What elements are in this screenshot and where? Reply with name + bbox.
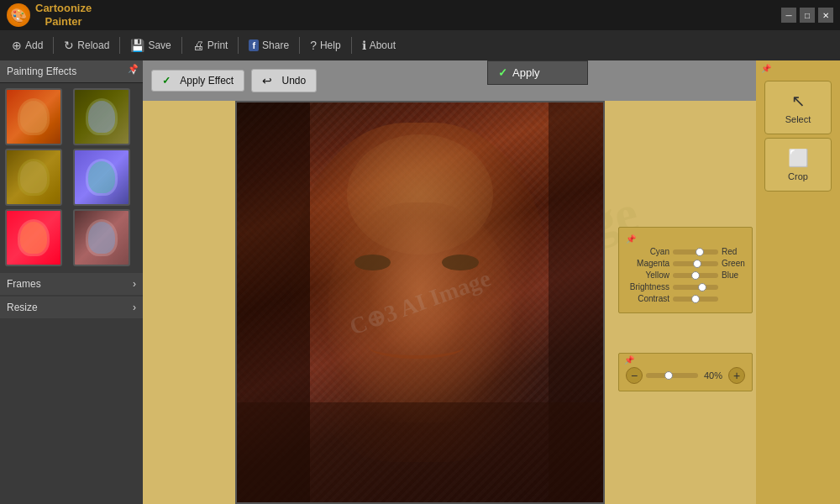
apply-effect-button[interactable]: Apply Effect <box>151 70 244 92</box>
zoom-panel: 📌 − 40% + <box>618 353 753 391</box>
zoom-slider-thumb[interactable] <box>664 371 673 380</box>
separator <box>53 37 54 54</box>
magenta-label: Magenta <box>626 259 669 268</box>
effect-thumb-1[interactable] <box>5 88 62 145</box>
frames-section[interactable]: Frames › <box>0 273 143 295</box>
right-panel-pin: 📌 <box>761 64 771 73</box>
magenta-green-row: Magenta Green <box>626 259 745 268</box>
minimize-button[interactable]: ─ <box>781 8 796 23</box>
yellow-blue-slider[interactable] <box>673 273 718 278</box>
left-panel: 📌 Painting Effects ▾ <box>0 60 143 504</box>
share-button[interactable]: f Share <box>242 36 296 55</box>
separator <box>299 37 300 54</box>
zoom-panel-pin: 📌 <box>624 355 634 365</box>
zoom-slider[interactable] <box>646 373 698 378</box>
reload-icon: ↻ <box>64 39 74 52</box>
yellow-label: Yellow <box>626 270 669 280</box>
brightness-slider[interactable] <box>673 285 718 290</box>
toolbar: ⊕ Add ↻ Reload 💾 Save 🖨 Print f Share ? … <box>0 30 840 60</box>
eye-right <box>442 255 479 270</box>
resize-section[interactable]: Resize › <box>0 297 143 318</box>
contrast-row: Contrast <box>626 294 745 303</box>
zoom-out-button[interactable]: − <box>626 367 643 384</box>
cyan-red-row: Cyan Red <box>626 247 745 256</box>
contrast-label: Contrast <box>626 294 669 303</box>
effect-thumb-2[interactable] <box>73 88 130 145</box>
effects-panel-header[interactable]: Painting Effects ▾ <box>0 60 143 83</box>
select-icon: ↖ <box>791 91 806 111</box>
print-button[interactable]: 🖨 Print <box>186 35 235 55</box>
blue-label: Blue <box>722 270 745 280</box>
color-panel-pin: 📌 <box>626 234 745 244</box>
effect-thumb-3[interactable] <box>5 149 62 206</box>
effects-grid <box>0 83 143 271</box>
zoom-value: 40% <box>701 370 725 381</box>
cyan-red-slider[interactable] <box>673 249 718 255</box>
zoom-in-button[interactable]: + <box>728 367 745 384</box>
slider-thumb[interactable] <box>693 260 701 268</box>
separator <box>181 37 182 54</box>
about-icon: ℹ <box>362 39 366 52</box>
panel-pin: 📌 <box>128 64 138 73</box>
app-logo: 🎨 Cartoonize Painter <box>7 2 92 28</box>
brightness-row: Brightness <box>626 282 745 291</box>
effect-thumb-4[interactable] <box>73 149 130 206</box>
separator <box>238 37 239 54</box>
magenta-green-slider[interactable] <box>673 261 718 266</box>
logo-icon: 🎨 <box>7 3 30 27</box>
frames-arrow-icon: › <box>133 278 136 290</box>
cyan-label: Cyan <box>626 247 669 256</box>
red-label: Red <box>722 247 745 256</box>
check-icon: ✓ <box>498 66 507 79</box>
save-button[interactable]: 💾 Save <box>123 35 177 55</box>
slider-thumb[interactable] <box>696 248 704 256</box>
apply-dropdown: ✓ Apply <box>487 60 588 85</box>
facebook-icon: f <box>249 39 259 51</box>
save-icon: 💾 <box>130 39 144 52</box>
contrast-slider[interactable] <box>673 297 718 302</box>
about-button[interactable]: ℹ About <box>355 35 402 55</box>
titlebar: 🎨 Cartoonize Painter ─ □ ✕ <box>0 0 840 30</box>
help-button[interactable]: ? Help <box>303 35 347 55</box>
skin-overlay <box>328 202 512 423</box>
separator <box>119 37 120 54</box>
apply-item[interactable]: ✓ Apply <box>488 61 587 84</box>
app-title: Cartoonize Painter <box>35 2 92 28</box>
separator <box>351 37 352 54</box>
undo-button[interactable]: Undo <box>251 69 317 92</box>
slider-thumb[interactable] <box>698 283 706 291</box>
brightness-label: Brightness <box>626 282 669 291</box>
smile <box>369 334 464 359</box>
crop-tool-button[interactable]: ⬜ Crop <box>764 138 832 192</box>
yellow-blue-row: Yellow Blue <box>626 270 745 280</box>
slider-thumb[interactable] <box>691 295 700 303</box>
effect-thumb-6[interactable] <box>73 209 130 266</box>
crop-icon: ⬜ <box>788 148 809 168</box>
canvas-area[interactable]: C⊕3 AI Image <box>235 101 605 504</box>
effect-thumb-5[interactable] <box>5 209 62 266</box>
green-label: Green <box>722 259 745 268</box>
close-button[interactable]: ✕ <box>818 8 833 23</box>
window-controls: ─ □ ✕ <box>781 8 833 23</box>
reload-button[interactable]: ↻ Reload <box>57 35 116 55</box>
resize-arrow-icon: › <box>133 302 136 313</box>
action-bar: Apply Effect Undo <box>143 60 756 101</box>
right-tools: 📌 ↖ Select ⬜ Crop <box>756 60 840 504</box>
eye-left <box>354 255 391 270</box>
add-icon: ⊕ <box>12 39 22 52</box>
print-icon: 🖨 <box>192 39 204 52</box>
add-button[interactable]: ⊕ Add <box>5 35 50 55</box>
main-image: C⊕3 AI Image <box>237 102 603 502</box>
help-icon: ? <box>310 39 317 52</box>
color-panel: 📌 Cyan Red Magenta Green Yellow Blue Bri… <box>618 227 753 313</box>
slider-thumb[interactable] <box>691 271 700 280</box>
maximize-button[interactable]: □ <box>800 8 815 23</box>
select-tool-button[interactable]: ↖ Select <box>764 81 832 134</box>
shadow-bottom <box>237 402 603 502</box>
